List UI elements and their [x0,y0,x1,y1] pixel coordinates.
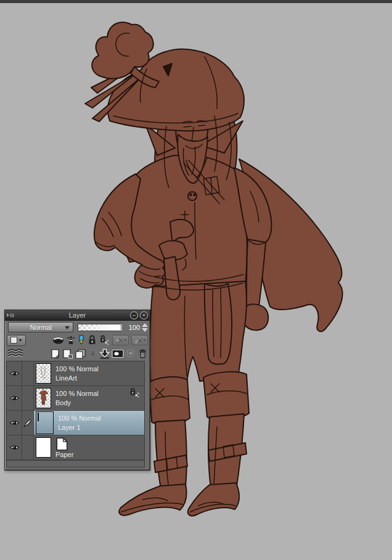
visibility-toggle[interactable] [7,435,22,459]
visibility-toggle[interactable] [7,411,22,435]
layer-name: Layer 1 [58,423,101,432]
blend-mode-value: Normal [30,324,51,331]
blend-mode-dropdown[interactable]: Normal [8,322,73,332]
opacity-slider-handle[interactable] [121,323,123,332]
layer-list-empty-area[interactable] [7,460,144,467]
layer-name: Paper [55,451,73,458]
new-layer-folder-icon[interactable] [75,348,86,359]
minimize-button[interactable]: – [130,311,138,319]
edit-indicator-cell [22,435,34,459]
draft-layer-icon[interactable] [78,335,85,346]
delete-layer-icon[interactable] [137,348,148,359]
layer-flags-toolbar [5,334,150,347]
eye-icon [9,444,20,451]
lock-transparent-pixels-badge [129,388,141,399]
opacity-slider[interactable] [78,324,123,331]
panel-menu-icon[interactable] [7,312,16,318]
canvas[interactable]: Layer – × Normal 100 [0,0,392,560]
layer-info: 100 % Normal [58,414,101,422]
layer-list: 100 % NormalLineArt 100 % NormalBody [6,361,145,467]
layer-panel: Layer – × Normal 100 [4,310,150,471]
layer-thumbnail[interactable] [36,363,51,384]
layer-row-lineart[interactable]: 100 % NormalLineArt [7,361,144,386]
lock-transparent-pixels-icon[interactable] [99,335,110,346]
edit-indicator-cell [22,386,34,410]
edit-indicator-cell [22,361,34,385]
spinner-up-icon[interactable] [142,323,148,327]
eye-icon [9,419,20,426]
chevron-down-icon [18,339,22,342]
opacity-value[interactable]: 100 [125,324,140,331]
apply-mask-icon[interactable] [125,348,136,359]
layer-info: 100 % Normal [55,365,99,373]
close-button[interactable]: × [140,311,148,319]
layer-info: 100 % Normal [55,390,99,397]
ruler-icon[interactable] [131,335,148,345]
layer-row-layer1[interactable]: 100 % NormalLayer 1 [7,411,144,435]
editing-pen-icon [22,411,34,435]
paper-icon [55,437,68,451]
layer-name: LineArt [55,374,99,383]
layer-thumbnail[interactable] [36,437,51,458]
wave-stack-icon[interactable] [7,348,24,359]
transfer-to-lower-layer-icon[interactable] [88,348,98,359]
layer-thumbnail[interactable] [36,388,51,408]
layer-name: Body [55,398,99,408]
create-layer-mask-icon[interactable] [112,348,124,359]
layer-thumbnail[interactable] [36,411,54,434]
pirate-artwork [0,0,392,560]
layer-panel-titlebar: Layer – × [5,310,150,321]
eye-icon [9,370,20,377]
visibility-toggle[interactable] [7,386,22,410]
layer-row-body[interactable]: 100 % NormalBody [7,386,144,411]
clip-to-layer-below-icon[interactable] [52,335,64,346]
reference-layer-icon[interactable] [67,335,75,346]
layer-color-combo[interactable] [7,335,26,346]
layer-actions-toolbar [5,347,150,360]
panel-title: Layer [5,311,150,319]
visibility-toggle[interactable] [7,361,22,385]
spinner-down-icon[interactable] [142,328,148,332]
new-raster-layer-icon[interactable] [50,348,60,359]
layer-color-swatch [10,337,17,344]
layer-row-paper[interactable]: Paper [7,435,144,460]
eye-icon [9,395,20,401]
new-vector-layer-icon[interactable] [62,348,73,359]
opacity-spinner [142,323,148,332]
merge-with-layer-below-icon[interactable] [99,348,110,359]
enable-keyframes-icon[interactable] [112,335,129,345]
lock-layer-icon[interactable] [88,335,97,346]
blend-row: Normal 100 [5,321,150,334]
chevron-down-icon [65,326,70,329]
